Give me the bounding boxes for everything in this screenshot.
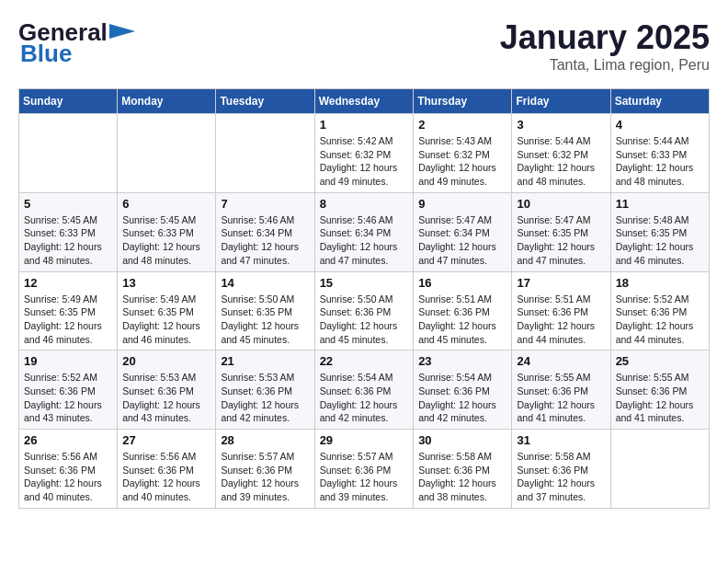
- day-info: Sunrise: 5:51 AMSunset: 6:36 PMDaylight:…: [517, 293, 605, 347]
- day-info: Sunrise: 5:42 AMSunset: 6:32 PMDaylight:…: [320, 134, 409, 189]
- day-number: 11: [616, 197, 704, 211]
- calendar-cell: 8Sunrise: 5:46 AMSunset: 6:34 PMDaylight…: [314, 192, 414, 271]
- day-info: Sunrise: 5:43 AMSunset: 6:32 PMDaylight:…: [418, 134, 506, 189]
- day-info: Sunrise: 5:52 AMSunset: 6:36 PMDaylight:…: [24, 371, 112, 425]
- day-number: 20: [122, 354, 210, 368]
- calendar-cell: 19Sunrise: 5:52 AMSunset: 6:36 PMDayligh…: [19, 350, 118, 430]
- day-header-wednesday: Wednesday: [314, 89, 414, 114]
- day-number: 6: [122, 197, 210, 211]
- day-info: Sunrise: 5:47 AMSunset: 6:35 PMDaylight:…: [517, 213, 605, 268]
- calendar-cell: 22Sunrise: 5:54 AMSunset: 6:36 PMDayligh…: [314, 350, 414, 430]
- day-info: Sunrise: 5:49 AMSunset: 6:35 PMDaylight:…: [122, 293, 210, 347]
- calendar-cell: 10Sunrise: 5:47 AMSunset: 6:35 PMDayligh…: [512, 192, 610, 271]
- day-info: Sunrise: 5:50 AMSunset: 6:36 PMDaylight:…: [320, 293, 409, 347]
- day-info: Sunrise: 5:47 AMSunset: 6:34 PMDaylight:…: [418, 213, 506, 268]
- calendar-cell: 11Sunrise: 5:48 AMSunset: 6:35 PMDayligh…: [610, 192, 709, 271]
- calendar-week-2: 5Sunrise: 5:45 AMSunset: 6:33 PMDaylight…: [19, 192, 710, 271]
- day-number: 28: [221, 433, 309, 447]
- day-header-thursday: Thursday: [414, 89, 512, 114]
- day-number: 19: [24, 354, 112, 368]
- day-number: 1: [320, 118, 409, 132]
- calendar-header-row: SundayMondayTuesdayWednesdayThursdayFrid…: [19, 89, 710, 114]
- calendar-cell: 3Sunrise: 5:44 AMSunset: 6:32 PMDaylight…: [512, 114, 610, 193]
- calendar-cell: 27Sunrise: 5:56 AMSunset: 6:36 PMDayligh…: [118, 430, 216, 509]
- day-info: Sunrise: 5:54 AMSunset: 6:36 PMDaylight:…: [320, 371, 409, 425]
- calendar-table: SundayMondayTuesdayWednesdayThursdayFrid…: [18, 88, 710, 509]
- day-number: 17: [517, 276, 605, 290]
- calendar-cell: 5Sunrise: 5:45 AMSunset: 6:33 PMDaylight…: [19, 192, 118, 271]
- calendar-cell: 1Sunrise: 5:42 AMSunset: 6:32 PMDaylight…: [314, 114, 414, 193]
- day-number: 30: [418, 433, 506, 447]
- day-info: Sunrise: 5:50 AMSunset: 6:35 PMDaylight:…: [221, 293, 309, 347]
- day-info: Sunrise: 5:57 AMSunset: 6:36 PMDaylight:…: [320, 450, 409, 504]
- day-header-saturday: Saturday: [610, 89, 709, 114]
- calendar-cell: 9Sunrise: 5:47 AMSunset: 6:34 PMDaylight…: [414, 192, 512, 271]
- calendar-week-3: 12Sunrise: 5:49 AMSunset: 6:35 PMDayligh…: [19, 271, 710, 350]
- day-number: 26: [24, 433, 112, 447]
- svg-marker-0: [109, 24, 135, 39]
- day-info: Sunrise: 5:55 AMSunset: 6:36 PMDaylight:…: [616, 371, 704, 425]
- logo-arrow-icon: [109, 20, 135, 42]
- calendar-cell: 24Sunrise: 5:55 AMSunset: 6:36 PMDayligh…: [512, 350, 610, 430]
- title-block: January 2025 Tanta, Lima region, Peru: [500, 18, 710, 74]
- calendar-cell: 21Sunrise: 5:53 AMSunset: 6:36 PMDayligh…: [216, 350, 314, 430]
- day-number: 24: [517, 354, 605, 368]
- calendar-cell: 12Sunrise: 5:49 AMSunset: 6:35 PMDayligh…: [19, 271, 118, 350]
- calendar-cell: [216, 114, 314, 193]
- day-number: 13: [122, 276, 210, 290]
- day-info: Sunrise: 5:56 AMSunset: 6:36 PMDaylight:…: [122, 450, 210, 504]
- day-info: Sunrise: 5:57 AMSunset: 6:36 PMDaylight:…: [221, 450, 309, 504]
- day-number: 27: [122, 433, 210, 447]
- calendar-cell: 26Sunrise: 5:56 AMSunset: 6:36 PMDayligh…: [19, 430, 118, 509]
- logo: General Blue: [18, 18, 135, 68]
- day-info: Sunrise: 5:54 AMSunset: 6:36 PMDaylight:…: [418, 371, 506, 425]
- calendar-cell: 18Sunrise: 5:52 AMSunset: 6:36 PMDayligh…: [610, 271, 709, 350]
- location: Tanta, Lima region, Peru: [500, 57, 710, 74]
- day-number: 21: [221, 354, 309, 368]
- day-info: Sunrise: 5:52 AMSunset: 6:36 PMDaylight:…: [616, 293, 704, 347]
- day-info: Sunrise: 5:55 AMSunset: 6:36 PMDaylight:…: [517, 371, 605, 425]
- day-number: 7: [221, 197, 309, 211]
- day-info: Sunrise: 5:48 AMSunset: 6:35 PMDaylight:…: [616, 213, 704, 268]
- calendar-cell: 4Sunrise: 5:44 AMSunset: 6:33 PMDaylight…: [610, 114, 709, 193]
- calendar-cell: 20Sunrise: 5:53 AMSunset: 6:36 PMDayligh…: [118, 350, 216, 430]
- day-info: Sunrise: 5:53 AMSunset: 6:36 PMDaylight:…: [122, 371, 210, 425]
- day-number: 29: [320, 433, 409, 447]
- day-header-tuesday: Tuesday: [216, 89, 314, 114]
- day-number: 8: [320, 197, 409, 211]
- day-number: 3: [517, 118, 605, 132]
- day-number: 23: [418, 354, 506, 368]
- calendar-cell: [19, 114, 118, 193]
- page-header: General Blue January 2025 Tanta, Lima re…: [18, 18, 710, 74]
- day-header-sunday: Sunday: [19, 89, 118, 114]
- day-number: 16: [418, 276, 506, 290]
- day-number: 10: [517, 197, 605, 211]
- day-number: 22: [320, 354, 409, 368]
- calendar-week-4: 19Sunrise: 5:52 AMSunset: 6:36 PMDayligh…: [19, 350, 710, 430]
- day-number: 14: [221, 276, 309, 290]
- day-number: 9: [418, 197, 506, 211]
- day-number: 31: [517, 433, 605, 447]
- calendar-cell: 6Sunrise: 5:45 AMSunset: 6:33 PMDaylight…: [118, 192, 216, 271]
- day-header-monday: Monday: [118, 89, 216, 114]
- day-info: Sunrise: 5:46 AMSunset: 6:34 PMDaylight:…: [320, 213, 409, 268]
- calendar-week-5: 26Sunrise: 5:56 AMSunset: 6:36 PMDayligh…: [19, 430, 710, 509]
- calendar-cell: 30Sunrise: 5:58 AMSunset: 6:36 PMDayligh…: [414, 430, 512, 509]
- day-number: 4: [616, 118, 704, 132]
- day-info: Sunrise: 5:51 AMSunset: 6:36 PMDaylight:…: [418, 293, 506, 347]
- calendar-cell: 29Sunrise: 5:57 AMSunset: 6:36 PMDayligh…: [314, 430, 414, 509]
- day-info: Sunrise: 5:44 AMSunset: 6:33 PMDaylight:…: [616, 134, 704, 189]
- calendar-cell: 31Sunrise: 5:58 AMSunset: 6:36 PMDayligh…: [512, 430, 610, 509]
- day-info: Sunrise: 5:58 AMSunset: 6:36 PMDaylight:…: [517, 450, 605, 504]
- logo-blue: Blue: [20, 40, 72, 68]
- day-number: 5: [24, 197, 112, 211]
- day-info: Sunrise: 5:53 AMSunset: 6:36 PMDaylight:…: [221, 371, 309, 425]
- calendar-cell: 16Sunrise: 5:51 AMSunset: 6:36 PMDayligh…: [414, 271, 512, 350]
- day-info: Sunrise: 5:58 AMSunset: 6:36 PMDaylight:…: [418, 450, 506, 504]
- day-number: 25: [616, 354, 704, 368]
- calendar-cell: 2Sunrise: 5:43 AMSunset: 6:32 PMDaylight…: [414, 114, 512, 193]
- day-number: 12: [24, 276, 112, 290]
- day-info: Sunrise: 5:49 AMSunset: 6:35 PMDaylight:…: [24, 293, 112, 347]
- day-info: Sunrise: 5:46 AMSunset: 6:34 PMDaylight:…: [221, 213, 309, 268]
- day-info: Sunrise: 5:45 AMSunset: 6:33 PMDaylight:…: [122, 213, 210, 268]
